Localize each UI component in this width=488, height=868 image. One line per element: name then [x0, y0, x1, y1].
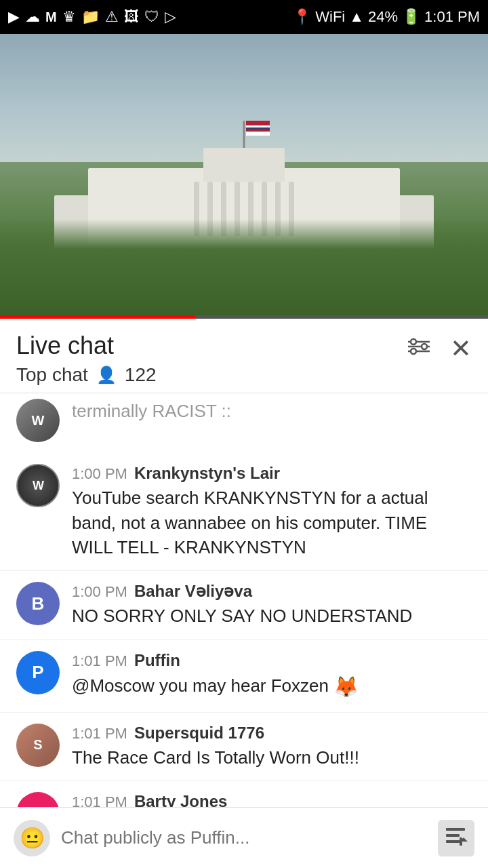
message-text: terminally RACIST ::: [72, 399, 472, 423]
location-icon: 📍: [293, 8, 311, 26]
partial-message: W terminally RACIST ::: [0, 393, 488, 453]
chat-panel: Live chat Top chat 👤 122 ✕: [0, 319, 488, 868]
svg-rect-6: [446, 828, 465, 831]
message-time: 1:01 PM: [72, 652, 127, 670]
play-store-icon: ▷: [165, 8, 176, 26]
send-button[interactable]: [438, 820, 474, 856]
chat-message: S 1:01 PM Supersquid 1776 The Race Card …: [0, 713, 488, 781]
message-content: 1:00 PM Bahar Vəliyəva NO SORRY ONLY SAY…: [72, 582, 472, 628]
message-meta: 1:00 PM Krankynstyn's Lair: [72, 464, 472, 483]
message-text: @Moscow you may hear Foxzen 🦊: [72, 673, 472, 701]
message-text: The Race Card Is Totally Worn Out!!!: [72, 745, 472, 770]
svg-rect-7: [446, 834, 460, 837]
message-author: Supersquid 1776: [134, 724, 264, 743]
folder-icon: 📁: [81, 8, 100, 26]
message-author: Krankynstyn's Lair: [134, 464, 280, 483]
video-progress-fill: [0, 315, 195, 319]
avatar: S: [16, 724, 60, 767]
viewers-icon: 👤: [96, 366, 117, 384]
message-content: 1:01 PM Supersquid 1776 The Race Card Is…: [72, 724, 472, 770]
warning-icon: ⚠: [105, 8, 119, 26]
avatar: B: [16, 582, 60, 625]
emoji-icon: 😐: [20, 826, 45, 850]
message-author: Puffin: [134, 651, 180, 670]
message-time: 1:01 PM: [72, 725, 127, 743]
top-chat-label: Top chat: [16, 364, 88, 386]
chat-message: P 1:01 PM Puffin @Moscow you may hear Fo…: [0, 640, 488, 713]
message-time: 1:00 PM: [72, 583, 127, 601]
status-icons: ▶ ☁ M ♛ 📁 ⚠ 🖼 🛡 ▷: [8, 8, 176, 26]
portico: [203, 148, 285, 182]
svg-point-5: [411, 349, 416, 354]
live-chat-title: Live chat: [16, 331, 157, 360]
wifi-icon: WiFi: [315, 8, 345, 26]
message-text: NO SORRY ONLY SAY NO UNDERSTAND: [72, 604, 472, 628]
battery-icon: 🔋: [402, 8, 420, 26]
avatar: W: [16, 464, 60, 507]
status-right-icons: 📍 WiFi ▲ 24% 🔋 1:01 PM: [293, 8, 480, 26]
trees-front: [0, 219, 488, 319]
filter-icon[interactable]: [407, 336, 431, 361]
message-content: 1:01 PM Puffin @Moscow you may hear Foxz…: [72, 651, 472, 701]
flag: [246, 121, 270, 136]
message-meta: 1:01 PM Supersquid 1776: [72, 724, 472, 743]
fox-emoji: 🦊: [333, 675, 359, 698]
image-icon: 🖼: [124, 8, 139, 26]
chat-header-left: Live chat Top chat 👤 122: [16, 331, 157, 386]
chat-message: B 1:00 PM Bahar Vəliyəva NO SORRY ONLY S…: [0, 571, 488, 639]
chat-header-right: ✕: [407, 334, 472, 363]
avatar: W: [16, 399, 60, 442]
message-meta: 1:00 PM Bahar Vəliyəva: [72, 582, 472, 601]
message-content: terminally RACIST ::: [72, 399, 472, 423]
crown-icon: ♛: [62, 8, 76, 26]
message-author: Bahar Vəliyəva: [134, 582, 252, 601]
message-text: YouTube search KRANKYNSTYN for a actual …: [72, 486, 472, 559]
chat-input-bar: 😐: [0, 807, 488, 868]
avatar: P: [16, 651, 60, 694]
chat-input[interactable]: [61, 827, 427, 848]
message-time: 1:00 PM: [72, 465, 127, 483]
chat-message: W 1:00 PM Krankynstyn's Lair YouTube sea…: [0, 453, 488, 571]
mastodon-icon: M: [45, 9, 57, 25]
emoji-button[interactable]: 😐: [14, 820, 50, 856]
svg-point-4: [422, 344, 427, 349]
chat-header: Live chat Top chat 👤 122 ✕: [0, 319, 488, 393]
svg-point-3: [411, 339, 416, 344]
time: 1:01 PM: [424, 8, 480, 26]
cloud-icon: ☁: [25, 8, 40, 26]
status-bar: ▶ ☁ M ♛ 📁 ⚠ 🖼 🛡 ▷ 📍 WiFi ▲ 24% 🔋 1:01 PM: [0, 0, 488, 34]
viewers-count: 122: [125, 364, 157, 386]
video-progress-bar[interactable]: [0, 315, 488, 319]
youtube-icon: ▶: [8, 8, 20, 26]
message-content: 1:00 PM Krankynstyn's Lair YouTube searc…: [72, 464, 472, 559]
chat-messages: W terminally RACIST :: W 1:00 PM Krankyn…: [0, 393, 488, 868]
send-icon: [445, 825, 468, 850]
battery-percent: 24%: [368, 8, 398, 26]
shield-icon: 🛡: [144, 8, 159, 26]
close-icon[interactable]: ✕: [450, 334, 472, 363]
signal-icon: ▲: [349, 8, 364, 26]
top-chat-row: Top chat 👤 122: [16, 364, 157, 386]
video-thumbnail[interactable]: [0, 34, 488, 319]
message-meta: 1:01 PM Puffin: [72, 651, 472, 670]
